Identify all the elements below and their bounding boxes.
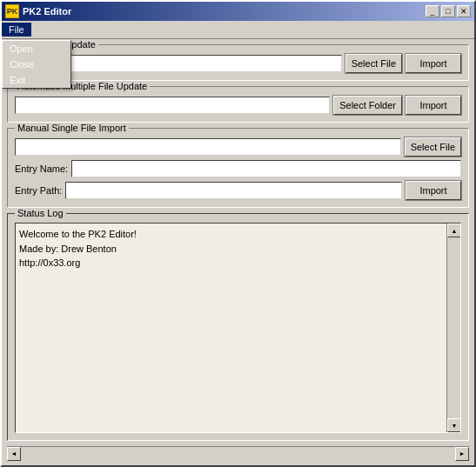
status-text: Welcome to the PK2 Editor! Made by: Drew… (19, 227, 457, 270)
manual-import-btn[interactable]: Import (406, 181, 461, 200)
menu-item-open[interactable]: Open (3, 41, 70, 57)
manual-import-group: Manual Single File Import Select File En… (7, 128, 469, 208)
single-file-import-btn[interactable]: Import (406, 54, 461, 73)
entry-path-row: Entry Path: Import (15, 181, 461, 200)
status-line-1: Welcome to the PK2 Editor! (19, 227, 457, 242)
hscroll-track (21, 447, 455, 460)
scroll-right-arrow[interactable]: ► (455, 447, 469, 461)
title-bar: PK PK2 Editor _ □ ✕ (2, 2, 474, 21)
title-buttons: _ □ ✕ (426, 5, 471, 17)
multiple-file-row: Select Folder Import (15, 96, 461, 115)
scroll-left-arrow[interactable]: ◄ (7, 447, 21, 461)
close-button[interactable]: ✕ (457, 5, 471, 17)
title-bar-left: PK PK2 Editor (5, 4, 71, 18)
app-icon: PK (5, 4, 19, 18)
single-file-group: Single File Update Select File Import (7, 44, 469, 81)
file-dropdown: Open Close Exit (2, 40, 71, 89)
scroll-up-arrow[interactable]: ▲ (447, 223, 461, 237)
entry-path-input[interactable] (65, 182, 402, 199)
window-title: PK2 Editor (23, 6, 71, 17)
content-area: Single File Update Select File Import Au… (2, 39, 474, 465)
menu-item-close[interactable]: Close (3, 57, 70, 72)
status-line-2: Made by: Drew Benton (19, 242, 457, 257)
manual-import-input[interactable] (15, 138, 401, 156)
menu-item-exit[interactable]: Exit (3, 72, 70, 88)
single-file-row: Select File Import (15, 54, 461, 73)
single-file-select-btn[interactable]: Select File (345, 54, 402, 73)
entry-name-row: Entry Name: (15, 160, 461, 177)
scroll-track (447, 237, 460, 418)
main-window: PK PK2 Editor _ □ ✕ File Open Close Exit… (0, 0, 476, 467)
horizontal-scrollbar[interactable]: ◄ ► (7, 446, 469, 460)
manual-import-file-row: Select File (15, 137, 461, 157)
vertical-scrollbar[interactable]: ▲ ▼ (446, 223, 460, 432)
manual-select-file-btn[interactable]: Select File (405, 137, 461, 157)
status-log-group: Status Log Welcome to the PK2 Editor! Ma… (7, 213, 469, 441)
minimize-button[interactable]: _ (426, 5, 439, 17)
select-folder-btn[interactable]: Select Folder (333, 96, 402, 115)
entry-name-input[interactable] (71, 160, 461, 177)
scroll-down-arrow[interactable]: ▼ (447, 418, 461, 432)
multiple-file-input[interactable] (15, 97, 330, 114)
maximize-button[interactable]: □ (441, 5, 455, 17)
entry-name-label: Entry Name: (15, 163, 68, 174)
multiple-file-import-btn[interactable]: Import (406, 96, 461, 115)
entry-path-label: Entry Path: (15, 185, 62, 196)
file-menu[interactable]: File Open Close Exit (2, 23, 31, 37)
status-log-content: Welcome to the PK2 Editor! Made by: Drew… (15, 223, 461, 433)
status-log-label: Status Log (15, 208, 66, 218)
multiple-file-group: Automatic Multiple File Update Select Fo… (7, 86, 469, 123)
menu-bar: File Open Close Exit (2, 21, 474, 39)
manual-import-label: Manual Single File Import (15, 123, 129, 133)
status-line-3: http://0x33.org (19, 256, 457, 270)
